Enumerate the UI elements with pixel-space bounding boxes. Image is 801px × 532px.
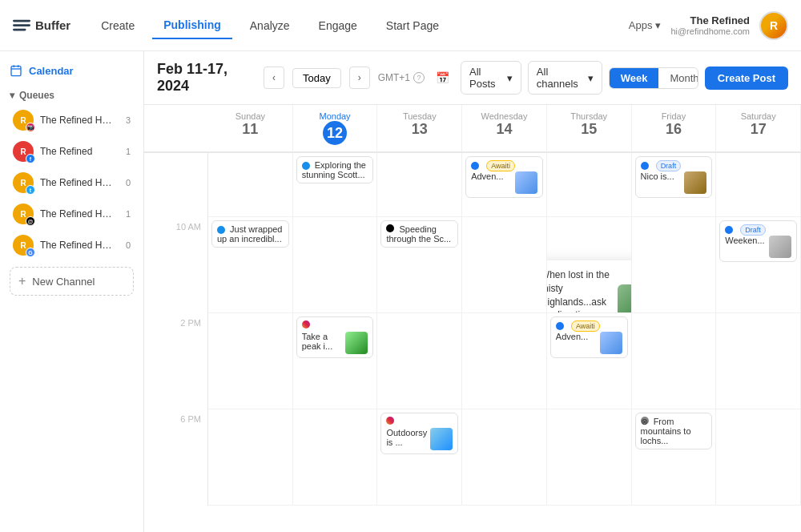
slot-wednesday-8am[interactable]: Awaiti Adven...: [462, 153, 547, 217]
nav-analyze[interactable]: Analyze: [239, 13, 301, 38]
event-thumbnail: [769, 236, 791, 258]
top-navigation: Buffer Create Publishing Analyze Engage …: [0, 0, 801, 51]
day-header-tuesday: Tuesday 13: [377, 105, 462, 152]
nav-publishing[interactable]: Publishing: [152, 12, 232, 39]
apps-button[interactable]: Apps ▾: [629, 19, 662, 31]
slot-thursday-10am[interactable]: 📷 When lost in the misty Highlands...ask…: [547, 217, 632, 313]
facebook-icon: [556, 322, 564, 330]
logo-text: Buffer: [35, 18, 70, 32]
event-monday-exploring[interactable]: Exploring the stunning Scott...: [296, 156, 374, 183]
slot-tuesday-6pm[interactable]: Outdoorsy is ...: [377, 409, 462, 506]
instagram-badge: 📷: [26, 123, 35, 132]
new-channel-button[interactable]: + New Channel: [10, 267, 134, 296]
queue-avatar-5: R G: [13, 235, 34, 256]
slot-tuesday-2pm[interactable]: [377, 313, 462, 409]
new-channel-label: New Channel: [32, 276, 95, 288]
calendar-label: Calendar: [29, 65, 74, 77]
event-friday-mountains[interactable]: ⊗ From mountains to lochs...: [635, 413, 713, 449]
event-thumbnail: [600, 332, 622, 354]
nav-create[interactable]: Create: [90, 13, 146, 38]
next-week-button[interactable]: ›: [349, 66, 370, 89]
slot-wednesday-2pm[interactable]: [462, 313, 547, 409]
floating-thumbnail: [618, 284, 632, 313]
queue-item-3[interactable]: R t The Refined Home 0: [3, 167, 140, 198]
nav-engage[interactable]: Engage: [308, 13, 368, 38]
slot-wednesday-10am[interactable]: [462, 217, 547, 313]
sidebar-item-calendar[interactable]: Calendar: [0, 58, 143, 83]
floating-text: When lost in the misty Highlands...ask f…: [547, 268, 611, 313]
calendar-grid-wrapper: Sunday 11 Monday 12 Tuesday 13 Wednesday…: [144, 105, 801, 532]
floating-event-card[interactable]: 📷 When lost in the misty Highlands...ask…: [547, 260, 632, 313]
slot-sunday-6pm[interactable]: [208, 409, 293, 506]
event-tuesday-speeding[interactable]: Speeding through the Sc...: [380, 220, 458, 248]
queues-header[interactable]: ▾ Queues: [0, 83, 143, 104]
slot-sunday-10am[interactable]: Just wrapped up an incredibl...: [208, 217, 293, 313]
event-tuesday-outdoorsy[interactable]: Outdoorsy is ...: [380, 413, 458, 454]
thread-icon: [386, 224, 394, 232]
queue-item-4[interactable]: R @ The Refined Home 1: [3, 199, 140, 229]
all-posts-filter[interactable]: All Posts ▾: [461, 61, 521, 95]
slot-thursday-8am[interactable]: [547, 153, 632, 217]
slot-friday-2pm[interactable]: [632, 313, 717, 409]
event-sunday-wrapped[interactable]: Just wrapped up an incredibl...: [211, 220, 289, 248]
slot-tuesday-10am[interactable]: Speeding through the Sc...: [377, 217, 462, 313]
today-button[interactable]: Today: [292, 68, 341, 88]
queue-count-3: 0: [126, 178, 131, 187]
slot-monday-10am[interactable]: [293, 217, 378, 313]
slot-thursday-2pm[interactable]: Awaiti Adven...: [547, 313, 632, 409]
awaiting-badge: Awaiti: [486, 160, 515, 171]
main-content: Feb 11-17, 2024 ‹ Today › GMT+1 ? 📅 All …: [144, 51, 801, 532]
slot-sunday-2pm[interactable]: [208, 313, 293, 409]
event-wednesday-adven[interactable]: Awaiti Adven...: [465, 156, 543, 198]
event-saturday-weekend[interactable]: Draft Weeken...: [719, 220, 797, 262]
slot-friday-10am[interactable]: [632, 217, 717, 313]
slot-monday-6pm[interactable]: [293, 409, 378, 506]
slot-friday-8am[interactable]: Draft Nico is...: [632, 153, 717, 217]
slot-saturday-2pm[interactable]: [716, 313, 801, 409]
slot-tuesday-8am[interactable]: [377, 153, 462, 217]
slot-sunday-8am[interactable]: [208, 153, 293, 217]
svg-rect-1: [13, 24, 30, 26]
slot-monday-8am[interactable]: Exploring the stunning Scott...: [293, 153, 378, 217]
draft-badge: Draft: [656, 160, 682, 171]
slot-friday-6pm[interactable]: ⊗ From mountains to lochs...: [632, 409, 717, 506]
facebook-icon: [641, 162, 649, 170]
calendar-view-button[interactable]: 📅: [433, 68, 453, 87]
slot-thursday-6pm[interactable]: [547, 409, 632, 506]
gmt-indicator: GMT+1 ?: [378, 72, 425, 83]
event-friday-nico[interactable]: Draft Nico is...: [635, 156, 713, 198]
nav-startpage[interactable]: Start Page: [375, 13, 450, 38]
info-icon: ?: [413, 72, 425, 83]
all-channels-filter[interactable]: All channels ▾: [528, 61, 602, 95]
queue-item-5[interactable]: R G The Refined Home 0: [3, 230, 140, 260]
queue-item-1[interactable]: R 📷 The Refined Home 3: [3, 105, 140, 135]
day-header-saturday: Saturday 17: [716, 105, 801, 152]
day-header-friday: Friday 16: [632, 105, 717, 152]
slot-monday-2pm[interactable]: Take a peak i...: [293, 313, 378, 409]
avatar[interactable]: R: [759, 11, 788, 40]
queue-item-2[interactable]: R f The Refined 1: [3, 136, 140, 167]
slot-saturday-8am[interactable]: [716, 153, 801, 217]
event-thursday-adven[interactable]: Awaiti Adven...: [550, 316, 628, 358]
week-view-button[interactable]: Week: [610, 68, 659, 88]
queue-count-1: 3: [126, 115, 131, 125]
slot-saturday-6pm[interactable]: [716, 409, 801, 506]
chevron-down-icon: ▾: [588, 72, 594, 84]
user-info: The Refined hi@refindhome.com: [670, 14, 750, 36]
buffer-icon: [217, 226, 225, 234]
month-view-button[interactable]: Month: [658, 68, 698, 88]
queue-avatar-3: R t: [13, 172, 34, 193]
prev-week-button[interactable]: ‹: [264, 66, 284, 89]
slot-wednesday-6pm[interactable]: [462, 409, 547, 506]
svg-rect-0: [13, 19, 30, 22]
slot-saturday-10am[interactable]: Draft Weeken...: [716, 217, 801, 313]
create-post-button[interactable]: Create Post: [705, 66, 788, 90]
event-monday-peak[interactable]: Take a peak i...: [296, 316, 374, 358]
day-header-monday: Monday 12: [293, 105, 378, 152]
queue-avatar-2: R f: [13, 141, 34, 162]
event-thumbnail: [515, 171, 537, 194]
plus-icon: +: [18, 274, 26, 288]
chevron-down-icon: ▾: [507, 72, 513, 84]
chevron-down-icon: ▾: [655, 19, 661, 31]
queues-label: Queues: [19, 90, 54, 101]
